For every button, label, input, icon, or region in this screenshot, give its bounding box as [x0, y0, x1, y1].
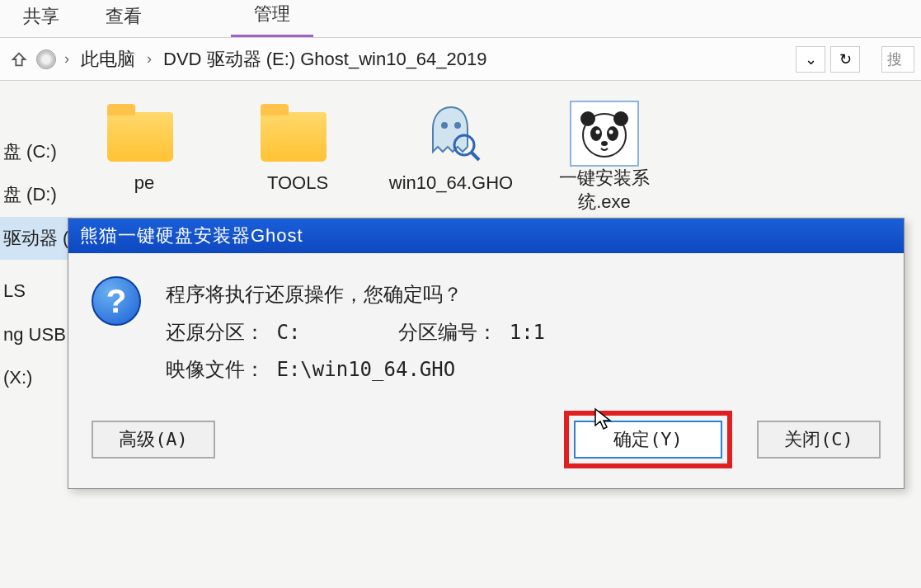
chevron-right-icon: ›: [143, 50, 155, 68]
search-placeholder: 搜: [887, 49, 902, 69]
folder-icon: [107, 101, 181, 167]
svg-point-0: [441, 122, 448, 129]
search-input[interactable]: 搜: [881, 46, 914, 73]
drive-icon: [36, 49, 56, 69]
ghost-icon: [414, 101, 488, 167]
breadcrumb-drive[interactable]: DVD 驱动器 (E:) Ghost_win10_64_2019: [160, 45, 491, 73]
refresh-icon[interactable]: ↻: [830, 46, 860, 73]
chevron-right-icon: ›: [61, 50, 73, 68]
tab-view[interactable]: 查看: [82, 0, 165, 37]
close-button[interactable]: 关闭(C): [757, 421, 881, 459]
svg-point-10: [609, 130, 613, 134]
ribbon-tabs: 共享 查看 管理: [0, 0, 921, 38]
msg-line1: 程序将执行还原操作，您确定吗？: [166, 276, 545, 314]
tab-share[interactable]: 共享: [0, 0, 82, 37]
sidebar-item-ls[interactable]: LS: [0, 270, 73, 313]
question-icon: ?: [92, 276, 141, 326]
dialog-title: 熊猫一键硬盘安装器Ghost: [68, 219, 904, 253]
sidebar-item-c[interactable]: 盘 (C:): [0, 130, 73, 173]
svg-point-8: [607, 126, 618, 141]
svg-point-11: [601, 141, 608, 146]
ok-button[interactable]: 确定(Y): [574, 421, 722, 459]
svg-point-6: [613, 111, 628, 126]
address-bar: › 此电脑 › DVD 驱动器 (E:) Ghost_win10_64_2019…: [0, 38, 921, 81]
breadcrumb-root[interactable]: 此电脑: [78, 45, 139, 73]
file-label: TOOLS: [267, 172, 328, 195]
chevron-down-icon[interactable]: ⌄: [796, 46, 825, 73]
svg-point-1: [454, 122, 461, 129]
sidebar-nav: 盘 (C:) 盘 (D:) 驱动器 (E:) Gh LS ng USB (X:): [0, 81, 73, 588]
svg-point-7: [590, 126, 602, 141]
sidebar-item-usb[interactable]: ng USB: [0, 313, 73, 356]
file-label: win10_64.GHO: [389, 172, 513, 195]
svg-point-5: [580, 111, 595, 126]
highlight-frame: 确定(Y): [564, 411, 732, 468]
svg-point-9: [596, 130, 600, 134]
confirm-dialog: 熊猫一键硬盘安装器Ghost ? 程序将执行还原操作，您确定吗？ 还原分区： C…: [68, 218, 905, 489]
sidebar-item-d[interactable]: 盘 (D:): [0, 173, 73, 216]
file-label: pe: [134, 172, 154, 195]
file-item-tools[interactable]: TOOLS: [236, 101, 359, 214]
file-item-pe[interactable]: pe: [82, 101, 206, 214]
advanced-button[interactable]: 高级(A): [92, 421, 215, 459]
tab-manage[interactable]: 管理: [231, 0, 313, 37]
file-label: 一键安装系统.exe: [543, 167, 666, 214]
file-item-panda[interactable]: 一键安装系统.exe: [543, 101, 666, 214]
dialog-message: 程序将执行还原操作，您确定吗？ 还原分区： C: 分区编号： 1:1 映像文件：…: [166, 276, 545, 389]
panda-icon: [570, 101, 639, 167]
file-item-gho[interactable]: win10_64.GHO: [389, 101, 513, 214]
svg-line-3: [472, 153, 479, 160]
nav-up-icon[interactable]: [7, 47, 31, 72]
sidebar-item-x[interactable]: (X:): [0, 356, 73, 399]
folder-icon: [261, 101, 335, 167]
sidebar-item-e[interactable]: 驱动器 (E:) Gh: [0, 217, 73, 260]
